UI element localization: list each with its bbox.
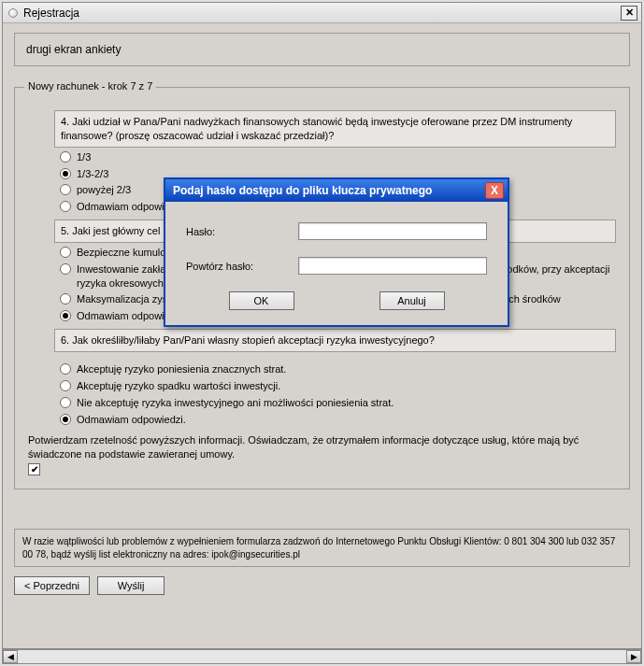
prev-button[interactable]: < Poprzedni xyxy=(14,576,90,595)
password-dialog: Podaj hasło dostępu do pliku klucza pryw… xyxy=(164,177,509,327)
password-row: Hasło: xyxy=(186,222,487,240)
option-label: Nie akceptuję ryzyka inwestycyjnego ani … xyxy=(77,396,616,410)
radio-icon xyxy=(60,168,71,179)
password-input[interactable] xyxy=(298,222,487,240)
q4-option-0[interactable]: 1/3 xyxy=(60,150,616,164)
screen-header: drugi ekran ankiety xyxy=(14,33,630,66)
ok-button[interactable]: OK xyxy=(229,291,294,310)
dialog-buttons: OK Anuluj xyxy=(186,291,487,310)
password-label: Hasło: xyxy=(186,226,298,237)
q6-option-1[interactable]: Akceptuję ryzyko spadku wartości inwesty… xyxy=(60,379,616,393)
question-6-text: 6. Jak określiłby/liłaby Pan/Pani własny… xyxy=(54,329,616,352)
option-label: 1/3 xyxy=(77,150,616,164)
radio-icon xyxy=(60,414,71,425)
option-label: Akceptuję ryzyko poniesienia znacznych s… xyxy=(77,362,616,376)
dialog-titlebar: Podaj hasło dostępu do pliku klucza pryw… xyxy=(165,179,508,202)
bottom-buttons: < Poprzedni Wyślij xyxy=(14,576,630,595)
dialog-title: Podaj hasło dostępu do pliku klucza pryw… xyxy=(173,184,485,197)
q6-option-0[interactable]: Akceptuję ryzyko poniesienia znacznych s… xyxy=(60,362,616,376)
radio-icon xyxy=(60,293,71,305)
radio-icon xyxy=(60,380,71,391)
window-content: drugi ekran ankiety Nowy rachunek - krok… xyxy=(3,23,641,648)
cancel-button[interactable]: Anuluj xyxy=(379,291,445,310)
app-icon xyxy=(8,8,18,18)
step-group-title: Nowy rachunek - krok 7 z 7 xyxy=(24,80,156,92)
radio-icon xyxy=(60,201,71,212)
option-label: Akceptuję ryzyko spadku wartości inwesty… xyxy=(77,379,616,393)
radio-icon xyxy=(60,247,71,258)
radio-icon xyxy=(60,263,71,275)
horizontal-scrollbar[interactable]: ◀ ▶ xyxy=(2,649,642,664)
q6-option-2[interactable]: Nie akceptuję ryzyka inwestycyjnego ani … xyxy=(60,396,616,410)
scroll-right-arrow-icon[interactable]: ▶ xyxy=(626,650,641,663)
window-title: Rejestracja xyxy=(23,7,621,20)
question-4-text: 4. Jaki udział w Pana/Pani nadwyżkach fi… xyxy=(54,110,616,148)
repeat-password-label: Powtórz hasło: xyxy=(186,261,298,272)
confirmation-text: Potwierdzam rzetelność powyższych inform… xyxy=(28,433,616,461)
radio-icon xyxy=(60,310,71,321)
help-text: W razie wątpliwości lub problemów z wype… xyxy=(14,529,630,567)
q6-option-3[interactable]: Odmawiam odpowiedzi. xyxy=(60,413,616,427)
send-button[interactable]: Wyślij xyxy=(97,576,165,595)
dialog-body: Hasło: Powtórz hasło: OK Anuluj xyxy=(165,202,508,325)
radio-icon xyxy=(60,184,71,195)
option-label: Odmawiam odpowiedzi. xyxy=(77,413,616,427)
radio-icon xyxy=(60,151,71,163)
scroll-track[interactable] xyxy=(18,650,626,663)
radio-icon xyxy=(60,397,71,408)
confirmation-checkbox[interactable]: ✔ xyxy=(28,463,40,475)
scroll-left-arrow-icon[interactable]: ◀ xyxy=(3,650,18,663)
repeat-password-input[interactable] xyxy=(298,257,487,275)
dialog-close-button[interactable]: X xyxy=(485,182,504,199)
radio-icon xyxy=(60,363,71,375)
window-close-button[interactable]: ✕ xyxy=(621,6,637,21)
repeat-password-row: Powtórz hasło: xyxy=(186,257,487,275)
main-titlebar: Rejestracja ✕ xyxy=(3,3,641,23)
